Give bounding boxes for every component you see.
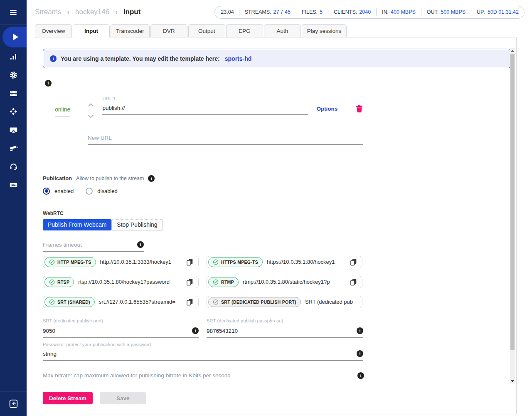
sidebar-nav — [0, 25, 27, 194]
tab-play-sessions[interactable]: Play sessions — [302, 24, 347, 37]
sidebar — [0, 0, 27, 416]
radio-disabled[interactable]: disabled — [86, 188, 117, 195]
publication-subtitle: Allow to publish to the stream — [76, 176, 144, 181]
protocol-badge: SRT (SHARED) — [44, 297, 95, 307]
srt-passphrase-input[interactable] — [207, 327, 357, 337]
copy-url-button[interactable] — [186, 258, 193, 266]
template-link[interactable]: sports-hd — [225, 55, 252, 62]
publish-url-text: http://10.0.35.1:3333/hockey1 — [100, 259, 184, 265]
radio-enabled[interactable]: enabled — [43, 188, 74, 195]
srt-port-field-block: SRT (dedicated publish port) — [43, 318, 199, 338]
frames-timeout-info-icon[interactable] — [137, 241, 144, 248]
scrollbar-thumb[interactable] — [510, 54, 515, 350]
sidebar-item-iptv[interactable] — [0, 121, 27, 139]
stat-in-bitrate: IN: 400 MBPS — [376, 8, 421, 16]
publish-url-http-mpegts: HTTP MPEG-TS http://10.0.35.1:3333/hocke… — [43, 256, 199, 268]
tab-output[interactable]: Output — [188, 24, 225, 37]
srt-fields-row: SRT (dedicated publish port) SRT (dedica… — [43, 318, 502, 338]
protocol-badge: HTTPS MPEG-TS — [208, 257, 263, 267]
breadcrumb-stream-name[interactable]: hockey146 — [75, 8, 109, 16]
tab-dvr[interactable]: DVR — [150, 24, 187, 37]
publish-url-srt-shared: SRT (SHARED) srt://127.0.0.1:65535?strea… — [43, 296, 199, 308]
copy-url-button[interactable] — [350, 278, 357, 286]
tab-panel-scroll-content: You are using a template. You may edit t… — [35, 37, 516, 383]
publication-title: Publication — [43, 175, 72, 181]
tab-auth[interactable]: Auth — [264, 24, 301, 37]
stat-files: FILES: 5 — [296, 8, 328, 16]
publication-info-icon[interactable] — [148, 175, 155, 182]
frames-timeout-block — [43, 241, 144, 252]
password-label: Password: protect your publication with … — [43, 342, 363, 347]
srt-port-field — [43, 327, 199, 338]
publish-url-text: srt://127.0.0.1:65535?streamid= — [99, 299, 184, 305]
scrollbar-up-button[interactable] — [510, 48, 515, 53]
srt-passphrase-field — [207, 327, 363, 338]
max-bitrate-info-icon[interactable] — [357, 372, 364, 379]
tab-overview[interactable]: Overview — [35, 24, 72, 37]
publish-from-webcam-button[interactable]: Publish From Webcam — [43, 219, 111, 230]
max-bitrate-label: Max bitrate: cap maximum allowed for pub… — [43, 372, 231, 379]
publication-header: Publication Allow to publish to the stre… — [43, 175, 502, 182]
move-down-button[interactable] — [87, 114, 94, 119]
tab-transcoder[interactable]: Transcoder — [111, 24, 150, 37]
copy-icon — [186, 298, 193, 306]
chevron-right-icon: › — [115, 7, 118, 17]
srt-port-label: SRT (dedicated publish port) — [43, 318, 199, 323]
delete-url-button[interactable] — [356, 105, 362, 113]
chevron-up-icon — [87, 103, 94, 107]
display-cast-icon — [9, 126, 18, 134]
srt-passphrase-info-icon[interactable] — [357, 327, 363, 334]
cctv-camera-icon — [9, 144, 18, 153]
publish-url-text: rtsp://10.0.35.1:80/hockey1?password — [78, 279, 184, 285]
password-field — [43, 350, 363, 361]
publish-url-text: SRT (dedicated pub — [305, 299, 359, 305]
sidebar-item-streams[interactable] — [2, 27, 27, 47]
stop-publishing-button[interactable]: Stop Publishing — [111, 219, 163, 230]
check-circle-icon — [213, 279, 219, 285]
keyboard-icon — [9, 181, 18, 189]
url1-field-block: URL 1 — [102, 96, 308, 115]
tab-input[interactable]: Input — [73, 24, 110, 37]
app-root: Streams › hockey146 › Input 23.04 STREAM… — [0, 0, 532, 416]
protocol-badge: HTTP MPEG-TS — [44, 257, 96, 267]
copy-icon — [186, 258, 193, 266]
sidebar-item-statistics[interactable] — [0, 47, 27, 66]
sidebar-collapse-button[interactable] — [0, 391, 27, 416]
sidebar-item-support[interactable] — [0, 157, 27, 176]
srt-port-input[interactable] — [43, 327, 192, 337]
sidebar-item-mosaic[interactable] — [0, 102, 27, 121]
sidebar-spacer — [0, 194, 27, 391]
sidebar-item-servers[interactable] — [0, 84, 27, 102]
url-options-link[interactable]: Options — [316, 106, 337, 112]
tab-epg[interactable]: EPG — [226, 24, 263, 37]
tab-panel: You are using a template. You may edit t… — [35, 37, 517, 414]
sidebar-item-cameras[interactable] — [0, 139, 27, 157]
arrow-left-square-icon — [9, 399, 18, 409]
publish-url-chips: HTTP MPEG-TS http://10.0.35.1:3333/hocke… — [43, 256, 502, 308]
password-input[interactable] — [43, 350, 357, 360]
publication-radios: enabled disabled — [43, 188, 502, 195]
password-info-icon[interactable] — [357, 350, 363, 357]
sidebar-item-console[interactable] — [0, 176, 27, 194]
new-url-input[interactable] — [88, 134, 363, 144]
save-button[interactable]: Save — [100, 392, 146, 404]
breadcrumb-streams[interactable]: Streams — [35, 8, 61, 16]
frames-timeout-input[interactable] — [43, 241, 137, 251]
move-up-button[interactable] — [87, 103, 94, 107]
copy-url-button[interactable] — [186, 298, 193, 306]
panel-footer: Delete Stream Save — [35, 382, 516, 414]
delete-stream-button[interactable]: Delete Stream — [43, 392, 93, 404]
publish-url-https-mpegts: HTTPS MPEG-TS https://10.0.35.1:80/hocke… — [207, 256, 362, 268]
stat-uptime: UP: 50D 01:31:42 — [471, 8, 524, 16]
stream-status-badge: online — [55, 106, 70, 117]
stream-info-icon[interactable] — [45, 80, 52, 87]
copy-url-button[interactable] — [350, 258, 357, 266]
copy-url-button[interactable] — [186, 278, 193, 286]
srt-port-info-icon[interactable] — [192, 327, 199, 334]
check-circle-icon — [213, 299, 219, 305]
chevron-down-icon — [87, 114, 94, 119]
sidebar-menu-button[interactable] — [0, 0, 27, 25]
radio-selected-icon — [43, 188, 50, 195]
url1-input[interactable] — [102, 104, 308, 114]
sidebar-item-settings[interactable] — [0, 66, 27, 84]
